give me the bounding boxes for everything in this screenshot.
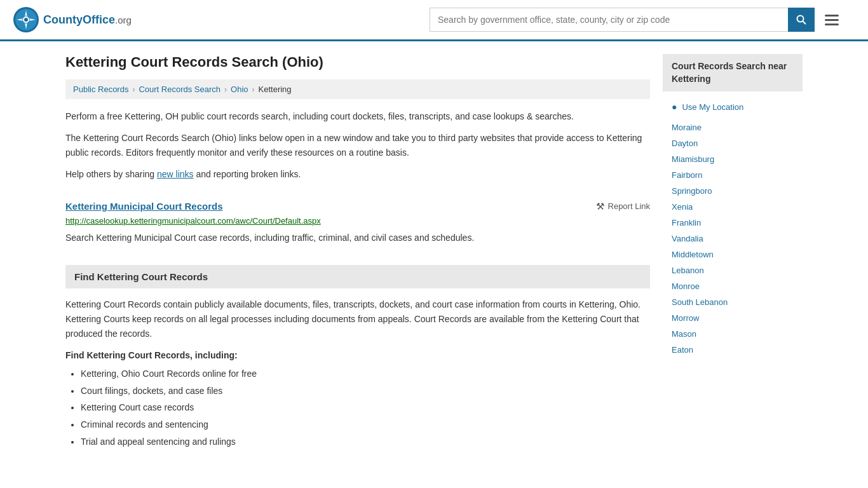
content-area: Kettering Court Records Search (Ohio) Pu…	[65, 54, 650, 450]
sidebar-link-item: Monroe	[663, 278, 803, 294]
search-input[interactable]	[430, 8, 788, 32]
sidebar-link[interactable]: Eaton	[672, 345, 693, 355]
sidebar-location-row: ● Use My Location	[663, 98, 803, 116]
sidebar-link-item: Springboro	[663, 183, 803, 199]
list-item: Criminal records and sentencing	[81, 416, 650, 433]
find-records-body: Kettering Court Records contain publicly…	[65, 297, 650, 341]
report-link-area[interactable]: ⚒ Report Link	[596, 201, 650, 212]
court-record-title-link[interactable]: Kettering Municipal Court Records	[65, 201, 223, 212]
sidebar-link[interactable]: Middletown	[672, 250, 714, 259]
sidebar-links-list: MoraineDaytonMiamisburgFairbornSpringbor…	[663, 119, 803, 358]
list-item: Court filings, dockets, and case files	[81, 383, 650, 400]
breadcrumb-kettering: Kettering	[259, 85, 292, 94]
list-item: Kettering, Ohio Court Records online for…	[81, 365, 650, 383]
svg-line-9	[803, 22, 806, 25]
sidebar-link-item: Morrow	[663, 310, 803, 326]
description-para-3: Help others by sharing new links and rep…	[65, 167, 650, 181]
find-records-section: Find Kettering Court Records Kettering C…	[65, 265, 650, 450]
sidebar-link[interactable]: Monroe	[672, 281, 700, 291]
find-records-list: Kettering, Ohio Court Records online for…	[81, 365, 650, 450]
find-records-subheader: Find Kettering Court Records, including:	[65, 350, 650, 360]
sidebar-link-item: Vandalia	[663, 231, 803, 247]
sidebar-link[interactable]: Dayton	[672, 139, 698, 148]
breadcrumb-court-records-search[interactable]: Court Records Search	[139, 85, 220, 94]
sidebar-link[interactable]: Mason	[672, 329, 696, 339]
sidebar-link[interactable]: South Lebanon	[672, 297, 728, 307]
location-pin-icon: ●	[672, 102, 677, 112]
sidebar-link[interactable]: Lebanon	[672, 266, 704, 275]
report-link-label: Report Link	[608, 201, 650, 211]
sidebar-link-item: Eaton	[663, 342, 803, 358]
court-record-desc: Search Kettering Municipal Court case re…	[65, 231, 650, 245]
search-area	[430, 8, 843, 32]
new-links-link[interactable]: new links	[157, 169, 194, 179]
sidebar-link-item: South Lebanon	[663, 294, 803, 310]
sidebar-link-item: Moraine	[663, 119, 803, 135]
sidebar-link-item: Xenia	[663, 199, 803, 215]
logo-icon	[13, 6, 39, 33]
logo-text: CountyOffice.org	[43, 13, 132, 27]
sidebar-link[interactable]: Morrow	[672, 313, 699, 323]
sidebar-link[interactable]: Moraine	[672, 123, 702, 132]
sidebar-link[interactable]: Franklin	[672, 218, 701, 227]
page-title: Kettering Court Records Search (Ohio)	[65, 54, 650, 71]
svg-point-8	[797, 16, 804, 22]
list-item: Kettering Court case records	[81, 399, 650, 416]
sidebar-link[interactable]: Miamisburg	[672, 154, 714, 164]
description-para-1: Perform a free Kettering, OH public cour…	[65, 109, 650, 123]
sidebar-link[interactable]: Springboro	[672, 186, 712, 196]
sidebar-link[interactable]: Xenia	[672, 202, 693, 212]
description-para-2: The Kettering Court Records Search (Ohio…	[65, 131, 650, 159]
sidebar-link-item: Lebanon	[663, 262, 803, 278]
find-records-header: Find Kettering Court Records	[65, 265, 650, 288]
court-record-block: Kettering Municipal Court Records ⚒ Repo…	[65, 193, 650, 252]
court-record-title-row: Kettering Municipal Court Records ⚒ Repo…	[65, 201, 650, 212]
svg-point-7	[24, 18, 28, 22]
sidebar-header: Court Records Search near Kettering	[663, 54, 803, 92]
sidebar-link-item: Franklin	[663, 215, 803, 231]
header: CountyOffice.org	[0, 0, 868, 41]
sidebar-link-item: Middletown	[663, 247, 803, 262]
search-button[interactable]	[788, 8, 815, 32]
sidebar: Court Records Search near Kettering ● Us…	[663, 54, 803, 450]
main-container: Kettering Court Records Search (Ohio) Pu…	[53, 41, 815, 463]
court-record-url[interactable]: http://caselookup.ketteringmunicipalcour…	[65, 216, 650, 226]
search-icon	[796, 15, 806, 25]
sidebar-link-item: Miamisburg	[663, 151, 803, 167]
sidebar-link[interactable]: Vandalia	[672, 234, 703, 243]
breadcrumb-ohio[interactable]: Ohio	[231, 85, 248, 94]
menu-button[interactable]	[821, 11, 843, 29]
list-item: Trial and appeal sentencing and rulings	[81, 433, 650, 451]
sidebar-link-item: Dayton	[663, 135, 803, 151]
breadcrumb: Public Records › Court Records Search › …	[65, 79, 650, 99]
sidebar-link-item: Mason	[663, 326, 803, 342]
logo-area: CountyOffice.org	[13, 6, 132, 33]
report-link-icon: ⚒	[596, 201, 604, 212]
breadcrumb-public-records[interactable]: Public Records	[73, 85, 128, 94]
sidebar-link[interactable]: Fairborn	[672, 170, 702, 180]
use-my-location-link[interactable]: Use My Location	[682, 102, 743, 112]
sidebar-link-item: Fairborn	[663, 167, 803, 183]
